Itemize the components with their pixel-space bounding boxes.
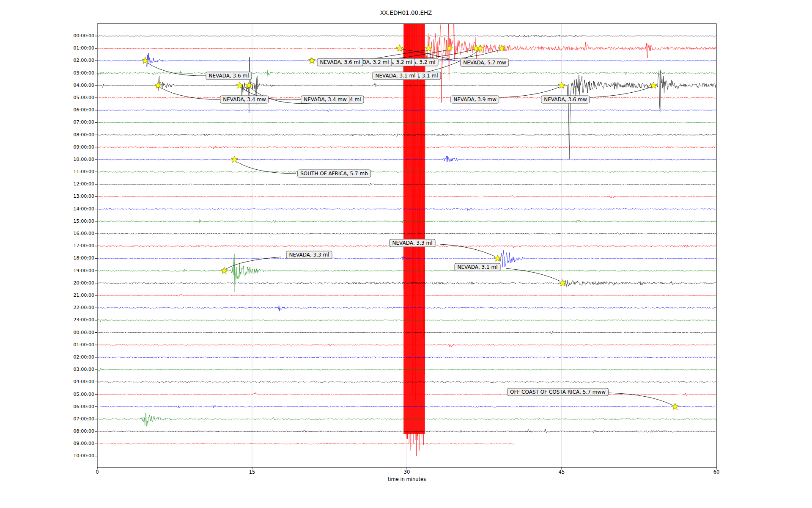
y-tick-label: 22:00:00 bbox=[0, 305, 94, 311]
event-star-marker bbox=[236, 82, 243, 88]
y-tick-label: 04:00:00 bbox=[0, 83, 94, 88]
event-arrow bbox=[440, 244, 495, 257]
y-tick-label: 07:00:00 bbox=[0, 416, 94, 422]
y-tick-label: 09:00:00 bbox=[0, 144, 94, 150]
event-star-marker bbox=[396, 45, 403, 51]
y-tick-label: 08:00:00 bbox=[0, 428, 94, 434]
event-label: NEVADA, 3.6 ml bbox=[317, 58, 363, 66]
y-tick-label: 15:00:00 bbox=[0, 218, 94, 224]
event-star-marker bbox=[650, 82, 657, 88]
event-label: OFF COAST OF COSTA RICA, 5.7 mww bbox=[507, 388, 609, 396]
y-tick-label: 02:00:00 bbox=[0, 58, 94, 64]
y-tick-label: 01:00:00 bbox=[0, 342, 94, 348]
x-tick-label: 30 bbox=[398, 469, 415, 475]
event-arrow bbox=[506, 268, 560, 281]
y-tick-label: 17:00:00 bbox=[0, 243, 94, 249]
x-tick-label: 45 bbox=[553, 469, 570, 475]
y-tick-label: 03:00:00 bbox=[0, 367, 94, 373]
y-tick-label: 19:00:00 bbox=[0, 268, 94, 274]
event-arrow bbox=[148, 63, 206, 76]
event-arrow bbox=[590, 87, 651, 97]
y-tick-label: 11:00:00 bbox=[0, 169, 94, 175]
y-tick-label: 05:00:00 bbox=[0, 95, 94, 101]
event-label: NEVADA, 3.6 ml bbox=[206, 72, 252, 80]
event-label: NEVADA, 3.1 ml bbox=[373, 72, 419, 80]
y-tick-label: 20:00:00 bbox=[0, 280, 94, 286]
event-label: NEVADA, 3.3 ml bbox=[390, 239, 436, 247]
y-tick-label: 16:00:00 bbox=[0, 231, 94, 237]
event-label: NEVADA, 3.9 mw bbox=[450, 96, 499, 104]
y-tick-label: 07:00:00 bbox=[0, 119, 94, 125]
y-tick-label: 09:00:00 bbox=[0, 441, 94, 447]
event-label: NEVADA, 3.4 mw bbox=[301, 96, 349, 104]
y-tick-label: 10:00:00 bbox=[0, 453, 94, 459]
y-tick-label: 02:00:00 bbox=[0, 354, 94, 360]
seismogram-figure: XX.EDH01.00.EHZ 00:00:0001:00:0002:00:00… bbox=[0, 0, 812, 508]
x-tick-label: 0 bbox=[89, 469, 106, 475]
event-label: NEVADA, 3.3 ml bbox=[286, 251, 332, 259]
y-tick-label: 06:00:00 bbox=[0, 404, 94, 410]
trace-row-33 bbox=[97, 444, 515, 444]
y-tick-label: 13:00:00 bbox=[0, 193, 94, 199]
y-tick-label: 03:00:00 bbox=[0, 70, 94, 76]
y-tick-label: 05:00:00 bbox=[0, 392, 94, 398]
y-tick-label: 00:00:00 bbox=[0, 330, 94, 336]
y-tick-label: 06:00:00 bbox=[0, 107, 94, 113]
y-tick-label: 10:00:00 bbox=[0, 157, 94, 163]
y-tick-label: 23:00:00 bbox=[0, 317, 94, 323]
y-tick-label: 04:00:00 bbox=[0, 379, 94, 385]
event-star-marker bbox=[231, 156, 238, 162]
y-tick-label: 21:00:00 bbox=[0, 293, 94, 298]
event-star-marker bbox=[246, 82, 252, 88]
event-label: NEVADA, 3.6 mw bbox=[541, 96, 590, 104]
y-tick-label: 00:00:00 bbox=[0, 33, 94, 39]
event-star-marker bbox=[155, 82, 162, 88]
x-tick-label: 15 bbox=[244, 469, 261, 475]
event-label: NEVADA, 5.7 mw bbox=[460, 59, 509, 67]
x-tick-label: 60 bbox=[708, 469, 725, 475]
event-star-marker bbox=[221, 267, 228, 273]
x-axis-title: time in minutes bbox=[97, 476, 716, 482]
event-label: SOUTH OF AFRICA, 5.7 mb bbox=[297, 170, 371, 178]
y-tick-label: 14:00:00 bbox=[0, 206, 94, 212]
y-tick-label: 18:00:00 bbox=[0, 255, 94, 261]
event-star-marker bbox=[142, 57, 148, 64]
event-label: NEVADA, 3.4 mw bbox=[220, 96, 269, 104]
event-star-marker bbox=[672, 403, 678, 409]
event-label: NEVADA, 3.1 ml bbox=[455, 263, 501, 271]
event-star-marker bbox=[308, 57, 315, 64]
y-tick-label: 12:00:00 bbox=[0, 181, 94, 187]
y-tick-label: 01:00:00 bbox=[0, 45, 94, 51]
event-star-marker bbox=[425, 45, 432, 51]
y-tick-label: 08:00:00 bbox=[0, 132, 94, 138]
